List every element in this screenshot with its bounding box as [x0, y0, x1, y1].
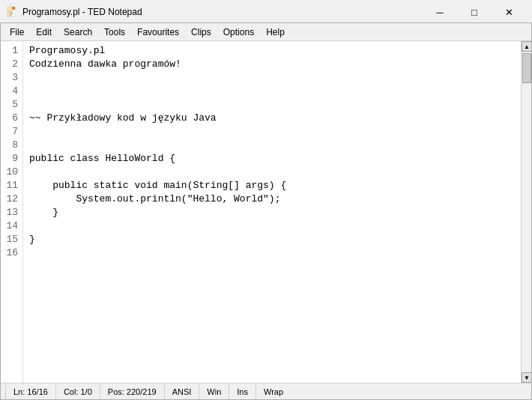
editor-line: ~~ Przykładowy kod w języku Java: [29, 112, 521, 125]
menu-bar: File Edit Search Tools Favourites Clips …: [1, 23, 531, 41]
line-number: 2: [1, 58, 22, 71]
editor-line: public class HelloWorld {: [29, 152, 521, 166]
line-number: 6: [1, 112, 22, 125]
editor-line: [29, 139, 521, 152]
line-number: 12: [1, 193, 22, 206]
app-icon: [6, 6, 18, 18]
title-bar: Programosy.pl - TED Notepad ─ □ ✕: [0, 0, 532, 22]
line-number: 16: [1, 246, 22, 260]
scroll-up-arrow[interactable]: ▲: [522, 41, 531, 52]
line-number: 13: [1, 206, 22, 219]
menu-edit[interactable]: Edit: [30, 25, 58, 39]
line-number: 9: [1, 152, 22, 166]
status-line-col: Ln: 16/16: [5, 384, 56, 399]
editor-line: public static void main(String[] args) {: [29, 179, 521, 193]
line-number: 10: [1, 166, 22, 179]
status-encoding: ANSI: [165, 384, 200, 399]
editor-line: }: [29, 206, 521, 219]
status-col: Col: 1/0: [56, 384, 100, 399]
menu-help[interactable]: Help: [260, 25, 291, 39]
vertical-scrollbar[interactable]: ▲ ▼: [521, 41, 531, 383]
editor-line: [29, 246, 521, 260]
line-number: 15: [1, 233, 22, 246]
scroll-track[interactable]: [522, 52, 531, 372]
menu-file[interactable]: File: [4, 25, 30, 39]
menu-tools[interactable]: Tools: [98, 25, 131, 39]
status-bar: Ln: 16/16 Col: 1/0 Pos: 220/219 ANSI Win…: [1, 383, 531, 399]
editor-line: [29, 219, 521, 233]
menu-options[interactable]: Options: [217, 25, 260, 39]
window-title: Programosy.pl - TED Notepad: [22, 7, 142, 17]
editor-line: [29, 166, 521, 179]
line-number: 11: [1, 179, 22, 193]
line-numbers: 12345678910111213141516: [1, 41, 23, 383]
editor-line: System.out.println("Hello, World");: [29, 193, 521, 206]
editor-line: [29, 98, 521, 112]
line-number: 5: [1, 98, 22, 112]
line-number: 8: [1, 139, 22, 152]
line-number: 3: [1, 71, 22, 85]
close-button[interactable]: ✕: [492, 3, 526, 21]
editor-container: 12345678910111213141516 Programosy.plCod…: [1, 41, 531, 383]
line-number: 14: [1, 219, 22, 233]
editor-content[interactable]: Programosy.plCodzienna dawka programów!~…: [23, 41, 521, 383]
status-wrap: Wrap: [256, 384, 291, 399]
menu-clips[interactable]: Clips: [185, 25, 217, 39]
scroll-thumb[interactable]: [522, 53, 531, 83]
minimize-button[interactable]: ─: [423, 3, 457, 21]
editor-line: Programosy.pl: [29, 44, 521, 58]
editor-line: [29, 71, 521, 85]
editor-line: }: [29, 233, 521, 246]
editor-line: [29, 125, 521, 139]
maximize-button[interactable]: □: [457, 3, 492, 21]
line-number: 4: [1, 85, 22, 98]
scroll-down-arrow[interactable]: ▼: [522, 372, 531, 383]
editor-line: Codzienna dawka programów!: [29, 58, 521, 71]
menu-search[interactable]: Search: [58, 25, 98, 39]
status-insert: Ins: [229, 384, 256, 399]
status-line-ending: Win: [199, 384, 229, 399]
status-pos: Pos: 220/219: [100, 384, 165, 399]
line-number: 7: [1, 125, 22, 139]
window-controls: ─ □ ✕: [423, 3, 526, 21]
line-number: 1: [1, 44, 22, 58]
menu-favourites[interactable]: Favourites: [131, 25, 185, 39]
editor-line: [29, 85, 521, 98]
